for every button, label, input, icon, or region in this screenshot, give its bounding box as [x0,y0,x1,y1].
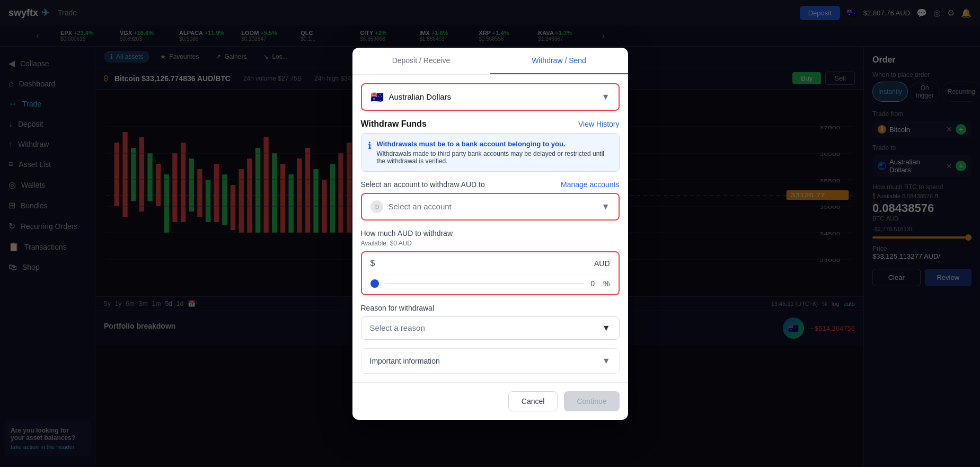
amount-box: $ AUD 0 % [361,251,620,295]
slider-row: 0 % [362,275,619,294]
continue-button[interactable]: Continue [564,391,619,411]
account-icon: ⊙ [370,200,383,213]
account-dropdown-arrow: ▼ [602,202,610,212]
chevron-down-icon: ▼ [602,356,611,366]
important-header[interactable]: Important information ▼ [361,349,619,373]
modal-overlay: Deposit / Receive Withdraw / Send 🇦🇺 Aus… [0,0,980,467]
amount-label: How much AUD to withdraw [352,229,628,240]
info-icon: ℹ [368,140,372,165]
currency-selector[interactable]: 🇦🇺 Australian Dollars ▼ [361,83,620,111]
modal-tabs: Deposit / Receive Withdraw / Send [352,48,628,75]
withdraw-modal: Deposit / Receive Withdraw / Send 🇦🇺 Aus… [352,48,628,420]
manage-accounts-link[interactable]: Manage accounts [561,180,620,189]
dollar-sign: $ [370,259,375,268]
currency-flag: 🇦🇺 [370,91,384,103]
account-section-label: Select an account to withdraw AUD to [361,180,485,189]
important-section: Important information ▼ [361,348,620,374]
account-selector[interactable]: ⊙ Select an account ▼ [361,193,620,221]
reason-select[interactable]: Select a reason ▼ [361,316,620,340]
reason-dropdown-arrow: ▼ [602,323,611,333]
slider-value: 0 [590,279,595,288]
info-content: Withdrawals must be to a bank account be… [377,140,613,165]
account-placeholder: Select an account [389,202,602,211]
withdraw-title: Withdraw Funds [361,119,427,129]
available-label: Available: $0 AUD [352,240,628,251]
aud-currency-label: AUD [594,259,610,268]
amount-input-row: $ AUD [362,252,619,275]
account-section-header: Select an account to withdraw AUD to Man… [352,180,628,193]
main-layout: ◀ Collapse ⌂ Dashboard ↔ Trade ↓ Deposit… [0,47,980,467]
important-title: Important information [370,357,440,365]
reason-section: Reason for withdrawal Select a reason ▼ [361,304,620,340]
reason-label: Reason for withdrawal [361,304,620,312]
info-box: ℹ Withdrawals must be to a bank account … [361,133,620,172]
tab-withdraw-send[interactable]: Withdraw / Send [490,48,628,74]
view-history-link[interactable]: View History [578,120,620,128]
info-detail-text: Withdrawals made to third party bank acc… [377,150,613,165]
withdraw-header: Withdraw Funds View History [352,119,628,133]
amount-input[interactable] [379,259,594,268]
tab-deposit-receive[interactable]: Deposit / Receive [352,48,490,74]
info-bold-text: Withdrawals must be to a bank account be… [377,140,613,148]
currency-dropdown-arrow: ▼ [602,92,610,102]
modal-footer: Cancel Continue [352,382,628,420]
reason-placeholder: Select a reason [370,323,602,332]
currency-name: Australian Dollars [389,92,602,101]
amount-slider-thumb [370,279,379,288]
slider-symbol: % [603,279,610,288]
amount-slider-track[interactable] [385,283,585,284]
cancel-button[interactable]: Cancel [508,391,558,411]
